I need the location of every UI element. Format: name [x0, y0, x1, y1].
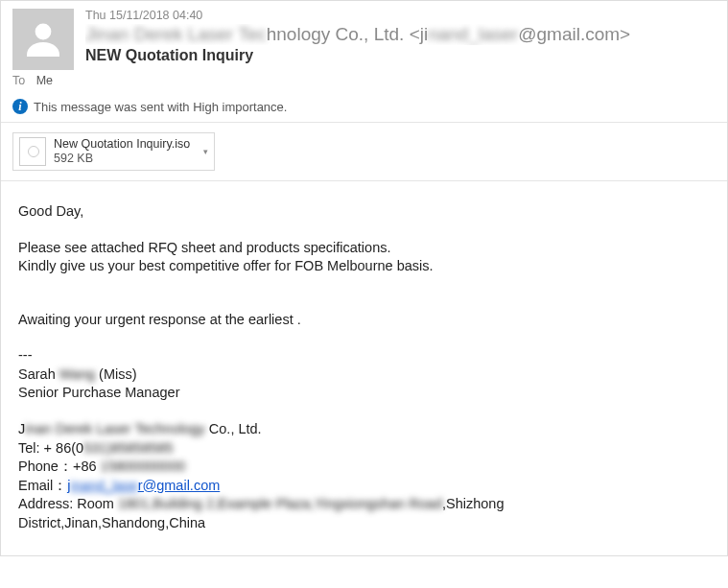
signature-email-link[interactable]: jinand_laser@gmail.com [67, 478, 220, 493]
chevron-down-icon[interactable]: ▾ [203, 147, 208, 156]
body-paragraph-2: Awaiting your urgent response at the ear… [18, 311, 710, 330]
email-body: Good Day, Please see attached RFQ sheet … [1, 181, 727, 555]
to-value: Me [36, 74, 53, 87]
email-header: Thu 15/11/2018 04:40 Jinan Derek Laser T… [1, 1, 727, 74]
sender-avatar [12, 9, 74, 70]
svg-point-0 [35, 24, 52, 40]
importance-banner: i This message was sent with High import… [1, 93, 727, 123]
importance-text: This message was sent with High importan… [34, 100, 287, 114]
body-paragraph-1: Please see attached RFQ sheet and produc… [18, 239, 710, 276]
signature-title: Senior Purchase Manager [18, 384, 710, 403]
person-icon [20, 16, 66, 62]
to-label: To [12, 74, 25, 87]
signature-name: Sarah Wang (Miss) [18, 365, 710, 385]
attachment-item[interactable]: New Quotation Inquiry.iso 592 KB ▾ [12, 132, 215, 171]
info-icon: i [12, 99, 28, 114]
attachment-bar: New Quotation Inquiry.iso 592 KB ▾ [1, 123, 727, 181]
email-subject: NEW Quotation Inquiry [85, 47, 716, 64]
attachment-size: 592 KB [54, 152, 190, 166]
email-from: Jinan Derek Laser Technology Co., Ltd. <… [85, 24, 716, 45]
signature-phone: Phone：+86 15800000000 [18, 458, 710, 477]
signature-address-l2: District,Jinan,Shandong,China [18, 514, 710, 533]
signature-email: Email：jinand_laser@gmail.com [18, 477, 710, 496]
email-date: Thu 15/11/2018 04:40 [85, 9, 716, 22]
signature-tel: Tel: + 86(0531)85858585 [18, 439, 710, 459]
body-greeting: Good Day, [18, 202, 710, 222]
signature-address-l1: Address: Room 1801,Building 2,Example Pl… [18, 495, 710, 514]
attachment-name: New Quotation Inquiry.iso [54, 137, 190, 152]
file-icon [19, 137, 46, 166]
signature-separator: --- [18, 346, 710, 365]
email-to-row: To Me [1, 74, 727, 93]
signature-company: Jinan Derek Laser Technology Co., Ltd. [18, 420, 710, 439]
